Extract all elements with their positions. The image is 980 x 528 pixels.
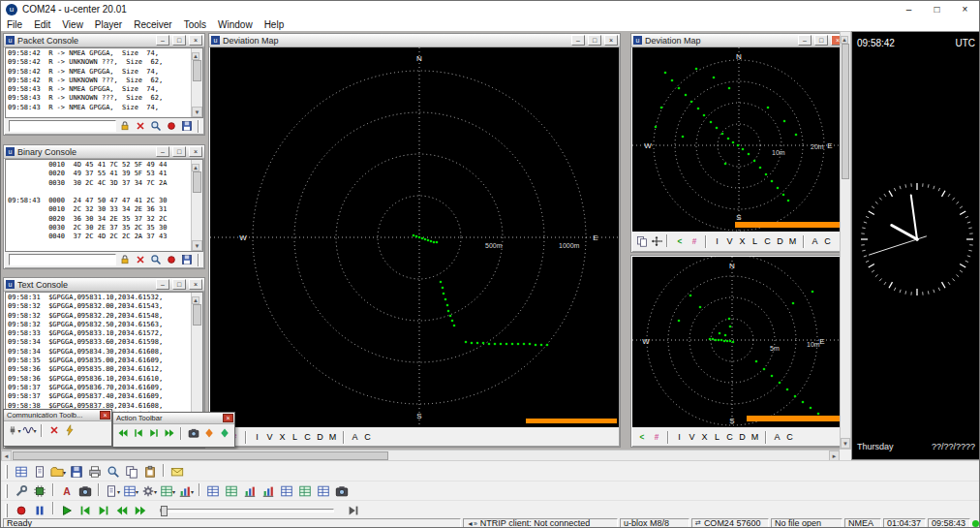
camera-view-icon[interactable]: [333, 483, 351, 500]
range-button-m[interactable]: M: [326, 430, 339, 445]
zoom-out-button[interactable]: <: [672, 234, 687, 248]
toolbar-grip[interactable]: [5, 504, 8, 517]
configuration-view-icon[interactable]: ▾: [140, 483, 158, 500]
dock-windows-icon[interactable]: [13, 483, 30, 500]
baudrate-select-icon-dropdown[interactable]: ▾: [33, 427, 36, 434]
scroll-thumb[interactable]: [193, 60, 201, 81]
text-color-icon[interactable]: A: [58, 483, 76, 500]
grid-toggle-button[interactable]: #: [649, 430, 663, 444]
log-record-icon[interactable]: [164, 253, 178, 266]
lock-console-icon[interactable]: [117, 119, 132, 133]
scroll-down-icon[interactable]: ▼: [192, 240, 202, 251]
deviation-map-tr-canvas[interactable]: NSWE10m20m: [632, 47, 840, 232]
save-file-icon[interactable]: [68, 464, 85, 481]
binary-scrollbar[interactable]: ▲ ▼: [191, 160, 202, 251]
step-forward-icon[interactable]: [147, 426, 162, 440]
scroll-thumb[interactable]: [842, 44, 849, 179]
playback-slider-thumb[interactable]: [161, 506, 168, 516]
lock-console-icon[interactable]: [117, 253, 132, 266]
map-maximize-button[interactable]: □: [588, 35, 601, 46]
menu-window[interactable]: Window: [212, 18, 259, 31]
menu-file[interactable]: File: [1, 18, 28, 31]
step-back-button[interactable]: [77, 502, 94, 518]
messages-icon[interactable]: [168, 464, 186, 481]
scroll-up-icon[interactable]: ▲: [192, 296, 199, 304]
communication-toolbar-titlebar[interactable]: Communication Toolb... ×: [4, 410, 111, 421]
toolbar-grip[interactable]: [5, 465, 8, 479]
text-maximize-button[interactable]: □: [172, 279, 186, 290]
messages-view-icon[interactable]: ▾: [159, 483, 176, 500]
scroll-thumb[interactable]: [193, 171, 201, 193]
text-close-button[interactable]: ×: [189, 279, 202, 290]
mode-button-a[interactable]: A: [771, 430, 783, 445]
grid-toggle-button[interactable]: #: [687, 234, 701, 248]
record-button[interactable]: [13, 502, 30, 518]
scroll-up-icon[interactable]: ▲: [841, 36, 848, 44]
range-button-i[interactable]: I: [673, 430, 686, 445]
jump-to-end-icon[interactable]: [163, 426, 177, 440]
scroll-thumb[interactable]: [193, 304, 201, 326]
step-forward-button[interactable]: [95, 502, 112, 518]
deviation-map-tr-titlebar[interactable]: u Deviation Map – □ ×: [631, 34, 840, 47]
range-button-d[interactable]: D: [736, 430, 749, 445]
step-back-icon[interactable]: [132, 426, 146, 440]
jump-end-button[interactable]: [345, 502, 362, 518]
workspace-hscrollbar[interactable]: ◄ ►: [1, 450, 840, 460]
range-button-m[interactable]: M: [786, 234, 799, 249]
range-button-d[interactable]: D: [774, 234, 786, 249]
workspace-vscrollbar[interactable]: ▲ ▼: [840, 31, 851, 450]
playback-slider[interactable]: [160, 509, 334, 512]
paste-icon[interactable]: [141, 464, 159, 481]
autobauding-icon[interactable]: [62, 423, 77, 437]
chart-view-icon[interactable]: [241, 483, 259, 500]
copy-icon[interactable]: [123, 464, 140, 481]
clear-console-icon[interactable]: [133, 253, 147, 266]
scroll-up-icon[interactable]: ▲: [192, 52, 199, 60]
sky-view-icon[interactable]: [296, 483, 314, 500]
range-button-i[interactable]: I: [251, 430, 263, 445]
open-file-icon-dropdown[interactable]: ▾: [63, 469, 66, 476]
close-button[interactable]: ×: [951, 1, 979, 18]
binary-filter-input[interactable]: [9, 254, 116, 265]
action-toolbar-titlebar[interactable]: Action Toolbar ×: [113, 413, 234, 424]
text-scrollbar[interactable]: ▲ ▼: [191, 293, 202, 430]
open-file-icon[interactable]: ▾: [49, 464, 67, 481]
text-minimize-button[interactable]: –: [156, 279, 169, 290]
packet-maximize-button[interactable]: □: [172, 35, 186, 46]
find-icon[interactable]: [148, 119, 163, 133]
new-file-icon[interactable]: [31, 464, 48, 481]
scroll-left-icon[interactable]: ◄: [1, 450, 12, 461]
binary-console-icon[interactable]: ▾: [122, 483, 139, 500]
scroll-down-icon[interactable]: ▼: [192, 107, 202, 117]
capture-icon[interactable]: [186, 426, 200, 440]
binary-minimize-button[interactable]: –: [156, 146, 169, 157]
minimize-button[interactable]: –: [895, 1, 923, 18]
port-select-icon[interactable]: ▾: [7, 423, 21, 437]
range-button-c[interactable]: C: [301, 430, 314, 445]
menu-player[interactable]: Player: [89, 18, 128, 31]
workspace-icon[interactable]: [13, 464, 30, 481]
mode-button-c[interactable]: C: [783, 430, 796, 445]
find-icon[interactable]: [148, 253, 163, 266]
menu-receiver[interactable]: Receiver: [128, 18, 177, 31]
range-button-c[interactable]: C: [723, 430, 736, 445]
log-record-icon[interactable]: [164, 119, 178, 133]
configuration-view-icon-dropdown[interactable]: ▾: [154, 488, 157, 495]
close-icon[interactable]: ×: [100, 411, 110, 419]
packet-console-icon[interactable]: ▾: [104, 483, 121, 500]
binary-maximize-button[interactable]: □: [172, 146, 186, 157]
map-minimize-button[interactable]: –: [798, 35, 812, 46]
scroll-up-icon[interactable]: ▲: [192, 164, 199, 171]
docking-view-icon[interactable]: [315, 483, 332, 500]
map-close-button[interactable]: ×: [604, 35, 618, 46]
range-button-l[interactable]: L: [749, 234, 761, 249]
close-icon[interactable]: ×: [223, 414, 233, 422]
range-button-v[interactable]: V: [263, 430, 276, 445]
play-button[interactable]: [58, 502, 76, 518]
baudrate-select-icon[interactable]: ▾: [22, 423, 37, 437]
print-preview-icon[interactable]: [105, 464, 122, 481]
table-view-icon[interactable]: [204, 483, 222, 500]
maximize-button[interactable]: □: [923, 1, 951, 18]
range-button-v[interactable]: V: [723, 234, 736, 249]
range-button-x[interactable]: X: [736, 234, 749, 249]
